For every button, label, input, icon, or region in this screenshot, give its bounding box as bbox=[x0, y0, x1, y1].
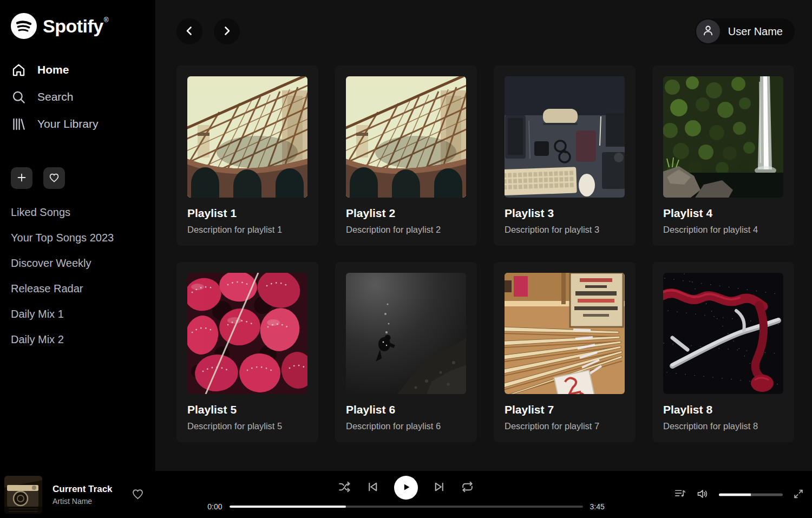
volume-fill bbox=[719, 493, 751, 496]
chevron-right-icon bbox=[220, 24, 233, 39]
topbar: User Name bbox=[176, 18, 795, 44]
progress-fill bbox=[230, 506, 346, 508]
main-content: User Name Playlist 1 Description for pla… bbox=[155, 0, 812, 471]
app-window: Spotify® Home Search Your Library bbox=[0, 0, 812, 518]
playlist-cover-image bbox=[346, 76, 466, 198]
user-name: User Name bbox=[728, 25, 783, 38]
player-bar: Current Track Artist Name bbox=[0, 471, 812, 518]
sidebar-playlist-link[interactable]: Daily Mix 2 bbox=[11, 333, 64, 345]
user-icon bbox=[701, 23, 715, 40]
track-title: Current Track bbox=[53, 484, 113, 495]
skip-back-icon bbox=[366, 480, 379, 495]
playlist-description: Description for playlist 6 bbox=[346, 421, 466, 431]
volume-icon bbox=[696, 487, 709, 502]
playlist-grid: Playlist 1 Description for playlist 1 Pl… bbox=[176, 65, 795, 442]
fullscreen-button[interactable] bbox=[793, 488, 804, 501]
playlist-card[interactable]: Playlist 3 Description for playlist 3 bbox=[494, 65, 636, 246]
playlist-title[interactable]: Playlist 3 bbox=[505, 207, 625, 220]
list-item: Daily Mix 1 bbox=[11, 301, 146, 327]
sidebar-item-library[interactable]: Your Library bbox=[11, 110, 146, 137]
spotify-logo-icon bbox=[11, 13, 37, 39]
avatar bbox=[696, 19, 720, 43]
sidebar-item-label: Search bbox=[37, 90, 74, 103]
playlist-title[interactable]: Playlist 6 bbox=[346, 403, 466, 416]
playlist-card[interactable]: Playlist 8 Description for playlist 8 bbox=[652, 262, 794, 442]
sidebar-item-label: Home bbox=[37, 63, 69, 76]
playlist-cover-image bbox=[505, 273, 625, 394]
sidebar-item-label: Your Library bbox=[37, 117, 98, 130]
queue-button[interactable] bbox=[674, 488, 686, 502]
plus-icon bbox=[16, 172, 28, 185]
queue-icon bbox=[674, 488, 686, 502]
playlist-title[interactable]: Playlist 8 bbox=[663, 403, 783, 416]
playlist-description: Description for playlist 5 bbox=[187, 421, 307, 431]
playlist-card[interactable]: Playlist 4 Description for playlist 4 bbox=[652, 65, 794, 246]
chevron-left-icon bbox=[183, 24, 196, 39]
total-duration: 3:45 bbox=[590, 502, 611, 511]
playlist-card[interactable]: Playlist 5 Description for playlist 5 bbox=[176, 262, 318, 442]
sidebar-playlist-link[interactable]: Daily Mix 1 bbox=[11, 308, 64, 320]
registered-mark: ® bbox=[104, 16, 109, 24]
next-button[interactable] bbox=[433, 480, 446, 495]
list-item: Discover Weekly bbox=[11, 251, 146, 276]
playlist-title[interactable]: Playlist 1 bbox=[187, 207, 307, 220]
playlist-title[interactable]: Playlist 5 bbox=[187, 403, 307, 416]
home-icon bbox=[11, 62, 26, 77]
sidebar-playlist-link[interactable]: Release Radar bbox=[11, 283, 83, 294]
playlist-description: Description for playlist 8 bbox=[663, 421, 783, 431]
search-icon bbox=[11, 89, 26, 104]
playlist-description: Description for playlist 7 bbox=[505, 421, 625, 431]
like-track-button[interactable] bbox=[131, 487, 145, 502]
playlist-title[interactable]: Playlist 7 bbox=[505, 403, 625, 416]
track-info: Current Track Artist Name bbox=[53, 484, 113, 506]
play-button[interactable] bbox=[394, 476, 418, 500]
playlist-title[interactable]: Playlist 4 bbox=[663, 207, 783, 220]
shuffle-icon bbox=[338, 480, 351, 495]
forward-button[interactable] bbox=[214, 18, 240, 44]
primary-nav: Home Search Your Library bbox=[11, 56, 146, 137]
sidebar-playlist-link[interactable]: Liked Songs bbox=[11, 206, 70, 218]
previous-button[interactable] bbox=[366, 480, 379, 495]
heart-icon bbox=[131, 494, 145, 502]
playlist-cover-image bbox=[187, 273, 307, 394]
repeat-button[interactable] bbox=[461, 480, 474, 495]
back-button[interactable] bbox=[176, 18, 202, 44]
repeat-icon bbox=[461, 480, 474, 495]
volume-button[interactable] bbox=[696, 487, 709, 502]
play-icon bbox=[400, 481, 412, 495]
sidebar-item-search[interactable]: Search bbox=[11, 83, 146, 110]
playlist-card[interactable]: Playlist 1 Description for playlist 1 bbox=[176, 65, 318, 246]
volume-slider[interactable] bbox=[719, 493, 783, 496]
list-item: Liked Songs bbox=[11, 200, 146, 225]
skip-forward-icon bbox=[433, 480, 446, 495]
sidebar-item-home[interactable]: Home bbox=[11, 56, 146, 83]
user-menu[interactable]: User Name bbox=[695, 18, 795, 44]
playlist-card[interactable]: Playlist 2 Description for playlist 2 bbox=[335, 65, 477, 246]
create-playlist-button[interactable] bbox=[11, 167, 32, 189]
spotify-logo: Spotify® bbox=[11, 13, 146, 39]
sidebar-playlist-link[interactable]: Discover Weekly bbox=[11, 257, 91, 269]
elapsed-time: 0:00 bbox=[202, 502, 222, 511]
sidebar-playlists: Liked Songs Your Top Songs 2023 Discover… bbox=[11, 200, 146, 352]
transport-controls bbox=[338, 476, 474, 500]
progress-section: 0:00 3:45 bbox=[202, 502, 611, 511]
list-item: Your Top Songs 2023 bbox=[11, 225, 146, 251]
liked-songs-button[interactable] bbox=[43, 167, 65, 189]
playlist-card[interactable]: Playlist 7 Description for playlist 7 bbox=[494, 262, 636, 442]
sidebar: Spotify® Home Search Your Library bbox=[0, 0, 155, 471]
playlist-card[interactable]: Playlist 6 Description for playlist 6 bbox=[335, 262, 477, 442]
progress-bar[interactable] bbox=[230, 506, 583, 508]
library-icon bbox=[11, 116, 26, 132]
list-item: Daily Mix 2 bbox=[11, 327, 146, 352]
track-artist: Artist Name bbox=[53, 497, 113, 506]
now-playing: Current Track Artist Name bbox=[4, 476, 145, 514]
playlist-description: Description for playlist 2 bbox=[346, 225, 466, 235]
playlist-title[interactable]: Playlist 2 bbox=[346, 207, 466, 220]
album-art bbox=[4, 476, 42, 514]
sidebar-playlist-link[interactable]: Your Top Songs 2023 bbox=[11, 232, 114, 244]
shuffle-button[interactable] bbox=[338, 480, 351, 495]
player-options bbox=[674, 487, 804, 502]
playlist-description: Description for playlist 3 bbox=[505, 225, 625, 235]
playlist-cover-image bbox=[663, 273, 783, 394]
playlist-cover-image bbox=[187, 76, 307, 198]
